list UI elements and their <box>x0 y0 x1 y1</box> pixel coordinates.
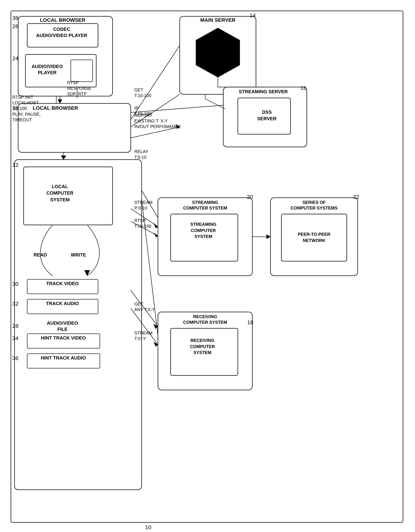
svg-rect-4 <box>71 60 93 82</box>
av-file-label: AUDIO/VIDEOFILE <box>30 320 95 332</box>
streaming-computer-inner-label: STREAMINGCOMPUTERSYSTEM <box>172 221 234 240</box>
peer-network-label: PEER-TO-PEERNETWORK <box>283 231 345 243</box>
ref-10: 10 <box>145 524 151 530</box>
svg-marker-46 <box>61 156 66 160</box>
arrows-svg <box>0 0 415 532</box>
get-any-label: GETANY T:X-Y <box>134 301 155 312</box>
av-player-label: AUDIO/VIDEOPLAYER <box>28 64 66 76</box>
svg-marker-37 <box>267 235 270 239</box>
relay-label: RELAYT:0-10 <box>134 149 148 160</box>
write-label: WRITE <box>71 252 86 258</box>
receiving-computer-label: RECEIVINGCOMPUTER SYSTEM <box>161 314 250 325</box>
rtsp-response-label: RTSPRESPONSESDP, RTP <box>67 80 91 97</box>
get-t-label: GETT:10-100 <box>134 87 151 98</box>
ref-12: 12 <box>12 162 18 168</box>
svg-marker-12 <box>84 270 90 276</box>
streaming-computer-label: STREAMINGCOMPUTER SYSTEM <box>161 200 250 211</box>
ref-20: 20 <box>247 194 253 200</box>
rtsp-t-label: RTSPT:10-100 <box>134 218 151 229</box>
receiving-computer-inner-label: RECEIVINGCOMPUTERSYSTEM <box>172 337 233 356</box>
ref-14: 14 <box>250 12 256 19</box>
streaming-server-label: STREAMING SERVER <box>227 89 299 95</box>
ref-18: 18 <box>247 319 253 325</box>
diagram: LOCAL BROWSER 38 CODECAUDIO/VIDEO PLAYER… <box>0 0 415 532</box>
ref-32: 32 <box>12 301 18 307</box>
ref-22: 22 <box>353 194 359 200</box>
ref-26: 26 <box>12 23 18 29</box>
report-label: REPORTEXISTING T: X-YIN/OUT PERFOMANCE <box>134 113 181 130</box>
svg-marker-33 <box>154 223 158 228</box>
hint-track-video-label: HINT TRACK VIDEO <box>29 335 98 341</box>
track-audio-label: TRACK AUDIO <box>30 301 95 306</box>
svg-marker-39 <box>154 324 158 329</box>
main-server-outer-label: MAIN SERVER <box>187 17 249 23</box>
stream-t-label: STREAMT:X'-Y' <box>134 330 152 341</box>
local-browser-top-label: LOCAL BROWSER <box>40 17 85 23</box>
codec-label: CODECAUDIO/VIDEO PLAYER <box>32 26 92 39</box>
stream-p-label: STREAMP:0-10 <box>134 200 152 211</box>
dss-server-label: DSSSERVER <box>249 109 285 122</box>
ref-36: 36 <box>12 355 18 361</box>
read-label: READ <box>34 252 47 258</box>
rtsp-init-label: RTSP INITLOCALHOSTT:0-100PLAY, PAUSE,TIM… <box>12 94 41 123</box>
svg-marker-43 <box>58 99 62 103</box>
track-video-label: TRACK VIDEO <box>30 281 95 286</box>
series-computers-label: SERIES OFCOMPUTER SYSTEMS <box>272 200 356 211</box>
ref-28: 28 <box>12 323 18 329</box>
svg-line-26 <box>205 99 225 109</box>
svg-marker-41 <box>154 342 158 347</box>
ref-30: 30 <box>12 281 18 287</box>
local-computer-label: LOCALCOMPUTERSYSTEM <box>28 183 92 203</box>
ref-24: 24 <box>12 55 18 61</box>
hint-track-audio-label: HINT TRACK AUDIO <box>29 355 98 361</box>
svg-marker-35 <box>154 233 158 237</box>
ref-16: 16 <box>300 85 306 91</box>
ref-34: 34 <box>12 335 18 341</box>
main-server-hex-label: MAINSERVER <box>203 46 232 60</box>
ref-38-top: 38 <box>12 15 18 21</box>
